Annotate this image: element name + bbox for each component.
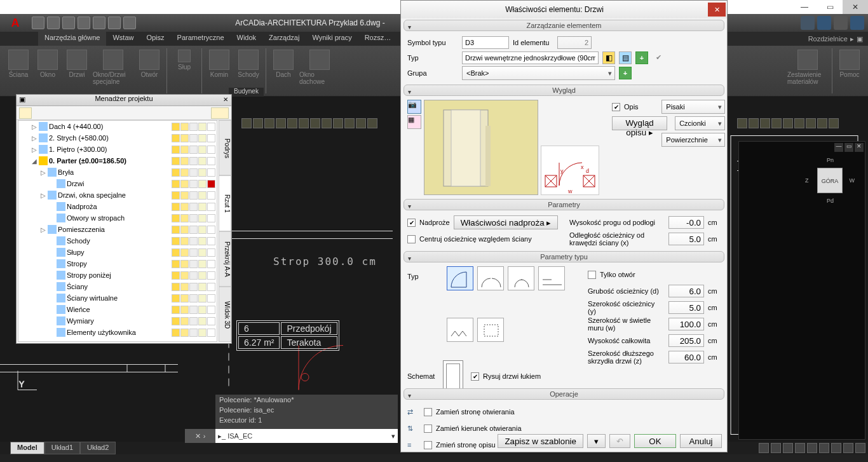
- pm-tab-widok3d[interactable]: Widok 3D: [219, 287, 231, 342]
- status-icon[interactable]: [843, 443, 853, 453]
- layer-print-icon[interactable]: [198, 226, 207, 234]
- app-logo[interactable]: A: [0, 14, 31, 32]
- layer-bulb-icon[interactable]: [172, 283, 180, 291]
- layer-sun-icon[interactable]: [180, 191, 189, 200]
- tree-row[interactable]: Wieńce: [18, 304, 217, 315]
- vt-icon[interactable]: [241, 118, 252, 128]
- wall-button[interactable]: Ściana: [4, 48, 33, 93]
- layer-sun-icon[interactable]: [180, 226, 189, 234]
- look-3d-icon[interactable]: 📷: [407, 100, 421, 114]
- opening-button[interactable]: Otwór: [135, 48, 164, 93]
- qat-save-icon[interactable]: [62, 17, 75, 29]
- save-template-dropdown[interactable]: ▾: [587, 434, 606, 448]
- layer-bulb-icon[interactable]: [172, 157, 180, 165]
- ribbon-nav-icon[interactable]: ▸: [850, 35, 854, 43]
- layer-color-icon[interactable]: [207, 157, 215, 165]
- status-icon[interactable]: [783, 443, 793, 453]
- save-template-button[interactable]: Zapisz w szablonie: [498, 434, 583, 448]
- vt-icon[interactable]: [299, 118, 309, 128]
- vt-icon[interactable]: [829, 118, 839, 128]
- layer-sun-icon[interactable]: [180, 157, 189, 165]
- layer-sun-icon[interactable]: [180, 168, 189, 177]
- type-double2-button[interactable]: [508, 266, 534, 290]
- only-opening-checkbox[interactable]: [588, 271, 596, 279]
- layer-print-icon[interactable]: [198, 180, 207, 188]
- tab-model[interactable]: Model: [10, 442, 44, 454]
- frame-width-input[interactable]: [668, 301, 704, 314]
- tab-annotate[interactable]: Opisz: [140, 32, 170, 46]
- status-icon[interactable]: [759, 443, 769, 453]
- tree-expand-icon[interactable]: ▷: [31, 146, 37, 153]
- status-icon[interactable]: [831, 443, 841, 453]
- status-icon[interactable]: [807, 443, 817, 453]
- tree-row[interactable]: ▷2. Strych (+580.00): [18, 132, 217, 144]
- layer-print-icon[interactable]: [198, 329, 207, 337]
- pm-close-icon[interactable]: ✕: [221, 95, 230, 104]
- opis-look-button[interactable]: Wygląd opisu ▸: [612, 116, 667, 130]
- layer-print-icon[interactable]: [198, 294, 207, 302]
- door-button[interactable]: Drzwi: [62, 48, 92, 93]
- vt-icon[interactable]: [344, 118, 355, 128]
- qat-saveas-icon[interactable]: [78, 17, 90, 29]
- tab-layout1[interactable]: Układ1: [44, 442, 80, 454]
- pm-tab-rzut1[interactable]: Rzut 1: [219, 175, 231, 231]
- layer-color-icon[interactable]: [207, 329, 215, 337]
- vt-icon[interactable]: [356, 118, 366, 128]
- layer-bulb-icon[interactable]: [172, 294, 180, 302]
- pm-home-icon[interactable]: [19, 107, 32, 119]
- layer-color-icon[interactable]: [207, 248, 215, 257]
- layer-lock-icon[interactable]: [189, 157, 198, 165]
- qat-undo-icon[interactable]: [108, 17, 121, 29]
- layer-sun-icon[interactable]: [180, 248, 189, 257]
- vt-icon[interactable]: [783, 118, 793, 128]
- column-button[interactable]: Słup: [170, 48, 199, 93]
- flip-desc-checkbox[interactable]: [424, 441, 432, 449]
- materials-button[interactable]: Zestawienie materiałów: [786, 48, 829, 93]
- search-help-icon[interactable]: [801, 16, 815, 30]
- total-height-input[interactable]: [668, 334, 704, 347]
- surfaces-combo[interactable]: Powierzchnie: [661, 133, 725, 147]
- layer-bulb-icon[interactable]: [172, 317, 180, 325]
- layer-color-icon[interactable]: [207, 317, 215, 325]
- help-icon[interactable]: [850, 16, 864, 30]
- type-sliding-button[interactable]: [538, 266, 565, 290]
- tree-row[interactable]: Otwory w stropach: [18, 212, 217, 224]
- tree-row[interactable]: ▷Pomieszczenia: [18, 224, 217, 235]
- vp3d-max-icon[interactable]: ▭: [844, 143, 853, 152]
- tree-row[interactable]: Schody: [18, 235, 217, 247]
- status-icon[interactable]: [771, 443, 781, 453]
- flip-side-icon[interactable]: ⇄: [407, 408, 420, 416]
- tree-row[interactable]: Stropy poniżej: [18, 269, 217, 281]
- lintel-props-button[interactable]: Właściwości nadproża ▸: [454, 215, 559, 229]
- layer-sun-icon[interactable]: [180, 260, 189, 268]
- clear-width-input[interactable]: [668, 318, 704, 330]
- layer-lock-icon[interactable]: [189, 168, 198, 177]
- type-apply-icon[interactable]: ✔: [652, 51, 665, 64]
- tree-row[interactable]: ▷Dach 4 (+440.00): [18, 121, 217, 132]
- cancel-button[interactable]: Anuluj: [680, 434, 722, 448]
- layer-bulb-icon[interactable]: [172, 214, 180, 222]
- layer-bulb-icon[interactable]: [172, 237, 180, 245]
- layer-print-icon[interactable]: [198, 306, 207, 314]
- vt-icon[interactable]: [794, 118, 804, 128]
- flip-dir-checkbox[interactable]: [424, 425, 432, 433]
- pm-filter-icon[interactable]: [211, 107, 229, 119]
- vt-icon[interactable]: [276, 118, 286, 128]
- layer-bulb-icon[interactable]: [172, 168, 180, 177]
- layer-sun-icon[interactable]: [180, 329, 189, 337]
- tree-row[interactable]: ▷Bryła: [18, 166, 217, 178]
- layer-lock-icon[interactable]: [189, 317, 198, 325]
- lintel-checkbox[interactable]: ✔: [407, 219, 416, 227]
- pm-tree[interactable]: ▷Dach 4 (+440.00)▷2. Strych (+580.00)▷1.…: [18, 120, 217, 342]
- layer-bulb-icon[interactable]: [172, 329, 180, 337]
- layer-print-icon[interactable]: [198, 168, 207, 177]
- viewcube-face[interactable]: GÓRA: [817, 168, 843, 193]
- layer-sun-icon[interactable]: [180, 271, 189, 280]
- layer-lock-icon[interactable]: [189, 248, 198, 257]
- command-input[interactable]: ▸_ ISA_EC ▾: [215, 429, 398, 443]
- vt-icon[interactable]: [310, 118, 320, 128]
- layer-lock-icon[interactable]: [189, 237, 198, 245]
- layer-bulb-icon[interactable]: [172, 306, 180, 314]
- look-2d-icon[interactable]: ▦: [407, 115, 421, 129]
- flip-dir-icon[interactable]: ⇅: [407, 425, 420, 433]
